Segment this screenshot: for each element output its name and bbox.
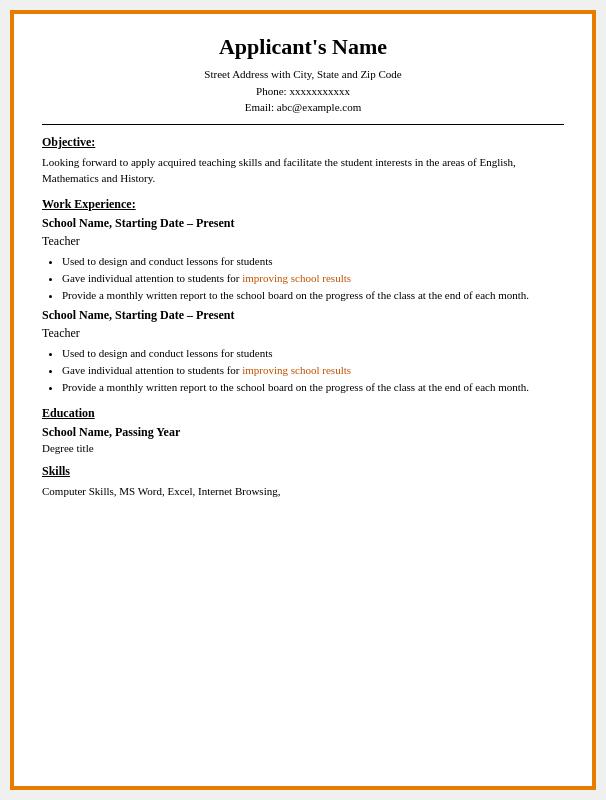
bullet-item: Provide a monthly written report to the … bbox=[62, 287, 564, 304]
job-entry-2: School Name, Starting Date – Present Tea… bbox=[42, 308, 564, 396]
skills-section: Skills Computer Skills, MS Word, Excel, … bbox=[42, 464, 564, 500]
phone-line: Phone: xxxxxxxxxxx bbox=[42, 83, 564, 100]
highlight-text: improving school results bbox=[242, 272, 351, 284]
email-line: Email: abc@example.com bbox=[42, 99, 564, 116]
applicant-name: Applicant's Name bbox=[42, 34, 564, 60]
contact-info: Street Address with City, State and Zip … bbox=[42, 66, 564, 116]
job-school-date-1: School Name, Starting Date – Present bbox=[42, 216, 564, 231]
resume-container: Applicant's Name Street Address with Cit… bbox=[10, 10, 596, 790]
email-value: abc@example.com bbox=[277, 101, 361, 113]
skills-title: Skills bbox=[42, 464, 564, 479]
resume-content: Applicant's Name Street Address with Cit… bbox=[42, 34, 564, 766]
job-role-1: Teacher bbox=[42, 234, 564, 249]
job-bullets-2: Used to design and conduct lessons for s… bbox=[62, 345, 564, 396]
skills-text: Computer Skills, MS Word, Excel, Interne… bbox=[42, 483, 564, 500]
job-entry-1: School Name, Starting Date – Present Tea… bbox=[42, 216, 564, 304]
education-title: Education bbox=[42, 406, 564, 421]
work-experience-title: Work Experience: bbox=[42, 197, 564, 212]
work-experience-section: Work Experience: School Name, Starting D… bbox=[42, 197, 564, 396]
phone-label: Phone: bbox=[256, 85, 287, 97]
bullet-item: Provide a monthly written report to the … bbox=[62, 379, 564, 396]
objective-title: Objective: bbox=[42, 135, 564, 150]
education-section: Education School Name, Passing Year Degr… bbox=[42, 406, 564, 454]
job-bullets-1: Used to design and conduct lessons for s… bbox=[62, 253, 564, 304]
highlight-text: improving school results bbox=[242, 364, 351, 376]
objective-section: Objective: Looking forward to apply acqu… bbox=[42, 135, 564, 187]
job-school-date-2: School Name, Starting Date – Present bbox=[42, 308, 564, 323]
email-label: Email: bbox=[245, 101, 274, 113]
bullet-item: Gave individual attention to students fo… bbox=[62, 362, 564, 379]
education-degree: Degree title bbox=[42, 442, 564, 454]
header: Applicant's Name Street Address with Cit… bbox=[42, 34, 564, 116]
bullet-item: Used to design and conduct lessons for s… bbox=[62, 345, 564, 362]
address-line: Street Address with City, State and Zip … bbox=[42, 66, 564, 83]
job-role-2: Teacher bbox=[42, 326, 564, 341]
bullet-item: Gave individual attention to students fo… bbox=[62, 270, 564, 287]
phone-value: xxxxxxxxxxx bbox=[289, 85, 350, 97]
divider bbox=[42, 124, 564, 125]
education-school: School Name, Passing Year bbox=[42, 425, 564, 440]
bullet-item: Used to design and conduct lessons for s… bbox=[62, 253, 564, 270]
objective-text: Looking forward to apply acquired teachi… bbox=[42, 154, 564, 187]
